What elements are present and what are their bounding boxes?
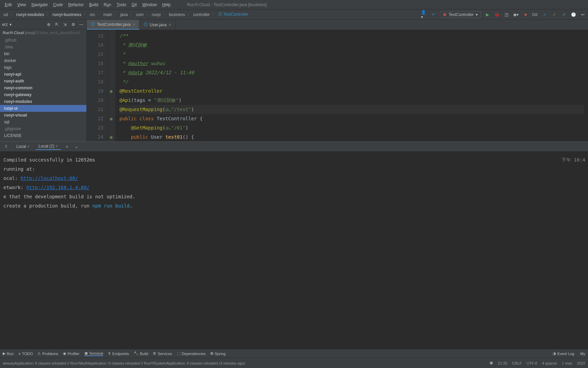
select-open-file-icon[interactable]: ⊕ [46,21,52,28]
close-icon[interactable]: × [133,22,135,27]
close-icon[interactable]: × [27,144,30,149]
sidebar-item[interactable]: logs [0,64,86,71]
toolwindow-event-log[interactable]: ◑Event Log [553,351,574,356]
sidebar-item[interactable]: docker [0,57,86,64]
menu-refactor[interactable]: Refactor [66,2,86,7]
git-branch[interactable]: ᚱ mas [562,361,572,365]
git-commit-icon[interactable]: ✓ [551,12,557,18]
toolwindow-endpoints[interactable]: ↯Endpoints [108,351,129,356]
crumb[interactable]: main [102,12,113,17]
file-icon: Ⓒ [144,22,148,28]
coverage-icon[interactable]: ◳ [503,12,509,18]
project-tree: .github.ideabindockerlogsruoyi-apiruoyi-… [0,36,86,140]
navigation-bar: ud〉 ruoyi-modules〉 ruoyi-business〉 src〉 … [0,10,588,20]
tool-window-bar: ▶Run≡TODO⚠Problems◉Profiler▣Terminal↯End… [0,349,588,358]
project-root[interactable]: RuoYi-Cloud [ruoyi] E:\idea_work_place\R… [0,29,86,36]
git-label: Git: [532,12,538,17]
git-update-icon[interactable]: ✓ [542,12,548,18]
toolwindow-my[interactable]: My [579,351,585,356]
menu-edit[interactable]: Edit [2,2,15,7]
sidebar-item[interactable]: ruoyi-common [0,85,86,91]
collapse-all-icon[interactable]: ⇲ [62,21,68,28]
toolwindow-run[interactable]: ▶Run [3,351,14,356]
sidebar-item[interactable]: bin [0,50,86,57]
status-bar: atewayApplication: 0 classes reloaded //… [0,358,588,368]
dropdown-icon[interactable]: ▾ [10,22,12,27]
menu-navigate[interactable]: Navigate [29,2,50,7]
terminal-tab-local2[interactable]: Local (2) × [36,143,61,150]
menu-window[interactable]: Window [140,2,160,7]
crumb[interactable]: java [119,12,129,17]
tab-user[interactable]: Ⓒ User.java × [140,20,176,30]
year: 2022 [577,361,585,365]
menu-code[interactable]: Code [50,2,66,7]
terminal-tab-local[interactable]: Local × [14,143,32,150]
menu-view[interactable]: View [15,2,29,7]
git-push-icon[interactable]: ↗ [561,12,567,18]
add-tab-icon[interactable]: ＋ [64,143,70,150]
git-revert-icon[interactable]: ↩ [580,12,586,18]
sidebar-item[interactable]: ruoyi-auth [0,78,86,85]
crumb[interactable]: src [88,12,96,17]
back-icon[interactable]: ↶ [430,12,437,18]
status-icon[interactable]: ⬢ [490,361,493,365]
profiler-icon[interactable]: ◉▾ [513,12,519,18]
crumb[interactable]: ud [2,12,9,17]
caret-position[interactable]: 21:25 [498,361,507,365]
line-ending[interactable]: CRLF [512,361,522,365]
sidebar-item[interactable]: ruoyi-gateway [0,91,86,98]
crumb[interactable]: ruoyi [150,12,162,17]
sidebar-item[interactable]: ruoyi-visual [0,112,86,119]
stop-icon[interactable]: ■ [522,12,528,18]
git-history-icon[interactable]: 🕐 [570,12,576,18]
menu-run[interactable]: Run [101,2,114,7]
menu-help[interactable]: Help [160,2,174,7]
menu-tools[interactable]: Tools [114,2,129,7]
close-icon[interactable]: × [55,144,58,149]
close-icon[interactable]: × [169,22,171,27]
run-config-name: TestController [448,12,474,17]
crumb-current[interactable]: Ⓒ TestController [217,12,250,17]
encoding[interactable]: UTF-8 [526,361,537,365]
crumb[interactable]: ruoyi-business [51,12,83,17]
sidebar-item[interactable]: .github [0,37,86,44]
dropdown-icon: ▾ [476,12,478,17]
hide-icon[interactable]: — [78,21,84,28]
toolwindow-build[interactable]: 🔨Build [134,351,148,356]
crumb[interactable]: ruoyi-modules [15,12,46,17]
terminal-output[interactable]: 下午 10:4 Compiled successfully in 12652ms… [0,151,588,348]
toolwindow-todo[interactable]: ≡TODO [18,351,33,356]
toolwindow-dependencies[interactable]: ⬚Dependencies [177,351,206,356]
run-icon[interactable]: ▶ [484,12,490,18]
run-config-selector[interactable]: ✖ TestController ▾ [440,11,481,18]
settings-icon[interactable]: ⚙ [70,21,76,28]
debug-icon[interactable]: 🐞 [494,12,500,18]
sidebar-item[interactable]: LICENSE [0,132,86,139]
project-view-title[interactable]: ect [2,22,7,27]
tab-testcontroller[interactable]: Ⓒ TestController.java × [87,20,140,30]
toolwindow-profiler[interactable]: ◉Profiler [63,351,80,356]
sidebar-item[interactable]: ruoyi-modules [0,98,86,105]
crumb[interactable]: controller [192,12,211,17]
menu-git[interactable]: Git [129,2,140,7]
terminal-tab-label[interactable]: l: [3,143,10,150]
toolwindow-services[interactable]: ⚙Services [153,351,172,356]
crumb[interactable]: business [167,12,186,17]
sidebar-item[interactable]: .gitignore [0,125,86,132]
dropdown-icon[interactable]: ⌄ [74,143,80,150]
menu-build[interactable]: Build [86,2,101,7]
terminal-line: e that the development build is not opti… [3,192,585,201]
toolwindow-spring[interactable]: ✿Spring [210,351,226,356]
crumb[interactable]: com [134,12,145,17]
sidebar-item[interactable]: .idea [0,44,86,50]
sidebar-item[interactable]: ruoyi-api [0,71,86,78]
sidebar-item[interactable]: sql [0,119,86,125]
expand-all-icon[interactable]: ⇱ [54,21,60,28]
toolwindow-problems[interactable]: ⚠Problems [37,351,58,356]
sidebar-item[interactable]: ruoyi-ui [0,105,86,112]
user-icon[interactable]: 👤▾ [421,12,427,18]
toolwindow-terminal[interactable]: ▣Terminal [84,351,103,356]
terminal-line: create a production build, run npm run b… [3,201,585,211]
indent[interactable]: 4 spaces [542,361,557,365]
terminal-line: etwork: http://192.168.1.4:80/ [3,183,585,192]
